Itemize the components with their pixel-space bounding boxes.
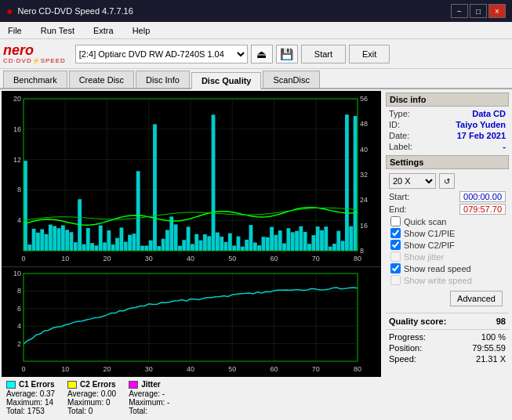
settings-title: Settings <box>386 155 509 169</box>
advanced-button[interactable]: Advanced <box>450 291 503 306</box>
quality-score-value: 98 <box>496 317 506 326</box>
jitter-label: Jitter <box>141 380 160 389</box>
drive-select[interactable]: [2:4] Optiarc DVD RW AD-7240S 1.04 <box>75 45 248 63</box>
speed-label: Speed: <box>389 354 416 364</box>
disc-label-value: - <box>503 142 506 151</box>
tab-benchmark[interactable]: Benchmark <box>3 71 67 88</box>
c1-label: C1 Errors <box>19 380 55 389</box>
jitter-color <box>129 381 138 389</box>
c1-avg-value: 0.37 <box>40 389 55 398</box>
c2-legend: C2 Errors Average: 0.00 Maximum: 0 Total… <box>67 380 116 415</box>
c1-total-label: Total: <box>6 407 25 415</box>
refresh-button[interactable]: ↺ <box>439 173 455 189</box>
show-write-speed-label: Show write speed <box>404 276 472 285</box>
show-c2-row: Show C2/PIF <box>386 239 509 251</box>
maximize-button[interactable]: □ <box>470 4 487 18</box>
tab-create-disc[interactable]: Create Disc <box>69 71 134 88</box>
show-write-speed-checkbox[interactable] <box>390 275 401 285</box>
right-panel: Disc info Type: Data CD ID: Taiyo Yuden … <box>383 89 512 420</box>
c2-avg-value: 0.00 <box>101 389 116 398</box>
show-write-speed-row: Show write speed <box>386 274 509 286</box>
window-controls[interactable]: − □ × <box>451 4 506 18</box>
position-row: Position: 79:55.59 <box>386 342 509 353</box>
tab-disc-quality[interactable]: Disc Quality <box>191 72 262 89</box>
progress-section: Progress: 100 % Position: 79:55.59 Speed… <box>386 329 509 364</box>
disc-date-label: Date: <box>389 131 409 140</box>
jitter-avg-label: Average: <box>129 389 160 398</box>
read-speed-chart <box>2 267 381 377</box>
exit-button[interactable]: Exit <box>349 45 390 63</box>
speed-row2: Speed: 21.31 X <box>386 353 509 364</box>
eject-icon-button[interactable]: ⏏ <box>251 45 273 63</box>
speed-select[interactable]: 20 X 4 X 8 X 16 X 40 X Max <box>389 173 436 189</box>
start-label: Start: <box>389 192 409 201</box>
c2-max-label: Maximum: <box>67 398 103 407</box>
progress-value: 100 % <box>481 332 506 342</box>
start-value: 000:00.00 <box>459 191 506 202</box>
c2-total-label: Total: <box>67 407 86 415</box>
jitter-max-label: Maximum: <box>129 398 165 407</box>
jitter-total-label: Total: <box>129 407 147 415</box>
show-read-speed-checkbox[interactable] <box>390 263 401 273</box>
c2-total-value: 0 <box>89 407 93 415</box>
c1-avg-label: Average: <box>6 389 38 398</box>
title-bar: ● Nero CD-DVD Speed 4.7.7.16 − □ × <box>0 0 512 22</box>
progress-row: Progress: 100 % <box>386 331 509 342</box>
quick-scan-row: Quick scan <box>386 215 509 227</box>
c2-avg-label: Average: <box>67 389 99 398</box>
legend: C1 Errors Average: 0.37 Maximum: 14 Tota… <box>2 376 381 418</box>
c2-label: C2 Errors <box>80 380 116 389</box>
position-value: 79:55.59 <box>472 343 506 353</box>
disc-info-title: Disc info <box>386 92 509 107</box>
show-c1-label: Show C1/PIE <box>404 229 455 238</box>
c1-color <box>6 381 16 389</box>
c1-chart <box>2 91 381 266</box>
settings-section: Settings 20 X 4 X 8 X 16 X 40 X Max ↺ St… <box>386 155 509 311</box>
tabs: Benchmark Create Disc Disc Info Disc Qua… <box>0 69 512 89</box>
quick-scan-checkbox[interactable] <box>390 216 401 226</box>
menu-bar: File Run Test Extra Help <box>0 22 512 39</box>
minimize-button[interactable]: − <box>451 4 468 18</box>
disc-id-label: ID: <box>389 120 400 129</box>
show-c2-checkbox[interactable] <box>390 240 401 250</box>
disc-date-value: 17 Feb 2021 <box>457 131 506 140</box>
end-label: End: <box>389 205 407 214</box>
disc-type-value: Data CD <box>472 109 506 118</box>
jitter-legend: Jitter Average: - Maximum: - Total: <box>129 380 169 415</box>
quality-score-section: Quality score: 98 <box>386 313 509 328</box>
main-content: C1 Errors Average: 0.37 Maximum: 14 Tota… <box>0 89 512 420</box>
start-time-row: Start: 000:00.00 <box>386 190 509 203</box>
chart2-area <box>2 266 381 376</box>
menu-help[interactable]: Help <box>128 24 155 37</box>
disc-info-section: Disc info Type: Data CD ID: Taiyo Yuden … <box>386 92 509 152</box>
show-jitter-checkbox[interactable] <box>390 252 401 262</box>
c1-legend: C1 Errors Average: 0.37 Maximum: 14 Tota… <box>6 380 55 415</box>
disc-label-label: Label: <box>389 142 412 151</box>
show-read-speed-label: Show read speed <box>404 264 471 273</box>
speed-row: 20 X 4 X 8 X 16 X 40 X Max ↺ <box>386 172 509 190</box>
show-c1-checkbox[interactable] <box>390 228 401 238</box>
c1-max-value: 14 <box>45 398 53 407</box>
c1-total-value: 1753 <box>27 407 45 415</box>
menu-file[interactable]: File <box>3 24 27 37</box>
show-c1-row: Show C1/PIE <box>386 227 509 239</box>
jitter-max-value: - <box>167 398 169 407</box>
close-button[interactable]: × <box>488 4 506 18</box>
menu-run-test[interactable]: Run Test <box>36 24 79 37</box>
disc-id-row: ID: Taiyo Yuden <box>386 119 509 130</box>
tab-scan-disc[interactable]: ScanDisc <box>263 71 319 88</box>
save-icon-button[interactable]: 💾 <box>276 45 298 63</box>
chart-area <box>2 91 381 266</box>
disc-type-label: Type: <box>389 109 410 118</box>
c2-max-value: 0 <box>106 398 111 407</box>
tab-disc-info[interactable]: Disc Info <box>136 71 190 88</box>
end-time-row: End: 079:57.70 <box>386 203 509 215</box>
end-value: 079:57.70 <box>459 204 506 215</box>
speed-value: 21.31 X <box>476 354 506 364</box>
start-button[interactable]: Start <box>301 45 346 63</box>
toolbar: nero CD·DVD⚡SPEED [2:4] Optiarc DVD RW A… <box>0 39 512 69</box>
app-icon: ● <box>6 5 13 17</box>
app-title: Nero CD-DVD Speed 4.7.7.16 <box>17 6 133 16</box>
disc-type-row: Type: Data CD <box>386 108 509 119</box>
menu-extra[interactable]: Extra <box>89 24 118 37</box>
